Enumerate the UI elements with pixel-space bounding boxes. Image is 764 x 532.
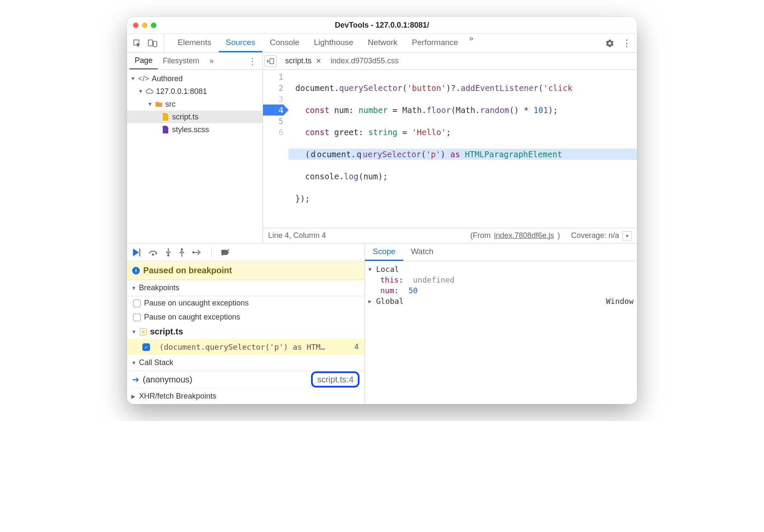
checkbox-icon[interactable] xyxy=(133,314,141,321)
devtools-window: DevTools - 127.0.0.1:8081/ Elements Sour… xyxy=(127,17,637,404)
code-icon: </> xyxy=(138,74,149,83)
chevron-right-icon: ▶ xyxy=(131,393,136,399)
editor-tab-css[interactable]: index.d9703d55.css xyxy=(326,53,403,69)
svg-rect-2 xyxy=(153,41,157,47)
debugger-toolbar xyxy=(127,243,365,261)
code-editor: script.ts ✕ index.d9703d55.css 123456 do… xyxy=(263,53,637,243)
file-badge-icon: o xyxy=(140,328,147,335)
scope-num[interactable]: num: 50 xyxy=(368,285,634,296)
tabs-overflow-icon[interactable]: » xyxy=(466,34,477,52)
debugger-panel: i Paused on breakpoint ▼ Breakpoints Pau… xyxy=(127,243,637,404)
resume-icon[interactable] xyxy=(132,249,141,256)
tab-console[interactable]: Console xyxy=(263,34,306,52)
breakpoint-item[interactable]: ✓ (document.querySelector('p') as HTM… 4 xyxy=(127,339,365,355)
tree-label: src xyxy=(165,100,175,109)
tab-network[interactable]: Network xyxy=(361,34,405,52)
section-breakpoints[interactable]: ▼ Breakpoints xyxy=(127,280,365,296)
chevron-down-icon: ▼ xyxy=(147,101,153,107)
chevron-down-icon: ▼ xyxy=(130,76,136,82)
line-gutter[interactable]: 123456 xyxy=(263,70,289,228)
sidebar-more-icon[interactable]: ⋮ xyxy=(245,56,260,66)
from-label: (From xyxy=(470,231,491,240)
chevron-right-icon: ▶ xyxy=(368,298,374,304)
chevron-down-icon: ▼ xyxy=(138,88,143,94)
svg-rect-4 xyxy=(139,249,140,256)
chevron-down-icon: ▼ xyxy=(131,360,136,366)
cloud-icon xyxy=(146,88,153,95)
tab-performance[interactable]: Performance xyxy=(405,34,465,52)
callstack-location[interactable]: script.ts:4 xyxy=(311,371,359,388)
file-icon xyxy=(162,126,170,133)
step-into-icon[interactable] xyxy=(165,248,171,257)
scope-global-header[interactable]: ▶ Global Window xyxy=(368,296,634,306)
svg-rect-3 xyxy=(270,59,274,64)
chevron-down-icon: ▼ xyxy=(131,285,136,291)
close-icon[interactable]: ✕ xyxy=(316,57,321,65)
svg-point-7 xyxy=(181,248,183,250)
svg-point-5 xyxy=(152,253,154,255)
scope-local-header[interactable]: ▼ Local xyxy=(368,264,634,274)
checkbox-icon[interactable]: ✓ xyxy=(142,343,150,351)
tree-host[interactable]: ▼ 127.0.0.1:8081 xyxy=(127,85,263,98)
code-lines: document.querySelector('button')?.addEve… xyxy=(289,70,637,228)
folder-icon xyxy=(155,100,163,108)
section-xhr-breakpoints[interactable]: ▶ XHR/fetch Breakpoints xyxy=(127,388,365,404)
sidebar-tab-page[interactable]: Page xyxy=(130,53,158,69)
code-area[interactable]: 123456 document.querySelector('button')?… xyxy=(263,70,637,228)
tree-root-authored[interactable]: ▼ </> Authored xyxy=(127,72,263,85)
sourcemap-link[interactable]: index.7808df6e.js xyxy=(494,231,554,240)
checkbox-icon[interactable] xyxy=(133,300,141,307)
tree-folder-src[interactable]: ▼ src xyxy=(127,98,263,110)
chevron-down-icon: ▼ xyxy=(368,266,374,272)
tab-scope[interactable]: Scope xyxy=(365,243,403,261)
tree-label: script.ts xyxy=(172,113,198,122)
coverage-label: Coverage: n/a xyxy=(571,231,619,240)
tree-file-styles[interactable]: styles.scss xyxy=(127,123,263,136)
breakpoint-file-header[interactable]: ▼ o script.ts xyxy=(127,324,365,339)
editor-statusbar: Line 4, Column 4 (From index.7808df6e.js… xyxy=(263,228,637,243)
section-callstack[interactable]: ▼ Call Stack xyxy=(127,355,365,371)
scope-panel: Scope Watch ▼ Local this: undefined num:… xyxy=(365,243,637,404)
cursor-position: Line 4, Column 4 xyxy=(268,231,326,240)
chevron-down-icon: ▼ xyxy=(131,329,136,335)
more-menu-icon[interactable]: ⋮ xyxy=(620,37,634,50)
step-over-icon[interactable] xyxy=(148,249,158,256)
tab-watch[interactable]: Watch xyxy=(403,243,441,261)
tree-label: Authored xyxy=(152,74,183,83)
navigator-sidebar: Page Filesystem » ⋮ ▼ </> Authored ▼ 127… xyxy=(127,53,263,243)
paused-banner: i Paused on breakpoint xyxy=(127,261,365,280)
step-icon[interactable] xyxy=(192,249,202,255)
svg-point-6 xyxy=(167,254,170,256)
main-tabbar: Elements Sources Console Lighthouse Netw… xyxy=(127,34,637,53)
tree-label: styles.scss xyxy=(172,125,209,134)
coverage-dropdown-icon[interactable]: ▾ xyxy=(623,231,632,241)
tab-lighthouse[interactable]: Lighthouse xyxy=(307,34,360,52)
info-icon: i xyxy=(132,267,140,274)
tree-label: 127.0.0.1:8081 xyxy=(156,87,207,96)
tree-file-script[interactable]: script.ts xyxy=(127,110,263,123)
sidebar-tab-filesystem[interactable]: Filesystem xyxy=(158,53,204,69)
editor-tab-script[interactable]: script.ts ✕ xyxy=(281,53,325,69)
deactivate-breakpoints-icon[interactable] xyxy=(221,249,230,256)
pause-uncaught-option[interactable]: Pause on uncaught exceptions xyxy=(127,296,365,310)
inspect-icon[interactable] xyxy=(130,37,144,50)
gear-icon[interactable] xyxy=(603,37,617,50)
tab-label: script.ts xyxy=(285,57,311,65)
tab-sources[interactable]: Sources xyxy=(219,34,262,52)
devices-icon[interactable] xyxy=(146,37,159,50)
svg-point-8 xyxy=(192,251,195,253)
file-icon xyxy=(162,113,170,121)
tab-elements[interactable]: Elements xyxy=(171,34,218,52)
file-tree: ▼ </> Authored ▼ 127.0.0.1:8081 ▼ xyxy=(127,70,263,139)
window-titlebar: DevTools - 127.0.0.1:8081/ xyxy=(127,17,637,34)
tab-label: index.d9703d55.css xyxy=(331,57,399,65)
window-title: DevTools - 127.0.0.1:8081/ xyxy=(127,21,637,30)
editor-nav-icon[interactable] xyxy=(265,55,277,67)
svg-rect-1 xyxy=(148,40,153,46)
scope-this[interactable]: this: undefined xyxy=(368,274,634,285)
callstack-frame[interactable]: ➔ (anonymous) script.ts:4 xyxy=(127,371,365,388)
pause-caught-option[interactable]: Pause on caught exceptions xyxy=(127,310,365,324)
current-frame-icon: ➔ xyxy=(132,374,139,385)
step-out-icon[interactable] xyxy=(179,248,185,257)
sidebar-tabs-overflow-icon[interactable]: » xyxy=(204,53,219,69)
